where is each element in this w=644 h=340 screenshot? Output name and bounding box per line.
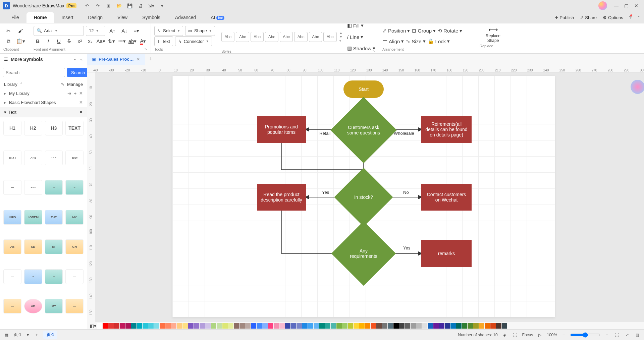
color-swatch[interactable]	[314, 323, 319, 329]
maximize-button[interactable]: ▢	[621, 3, 631, 8]
shape-item[interactable]: A•B	[24, 151, 42, 165]
zoom-out-icon[interactable]: −	[561, 333, 566, 337]
subscript-icon[interactable]: x₂	[86, 36, 94, 46]
zoom-in-icon[interactable]: +	[604, 333, 609, 337]
color-swatch[interactable]	[108, 323, 114, 329]
add-page-icon[interactable]: +	[34, 333, 39, 337]
color-swatch[interactable]	[336, 323, 342, 329]
node-contact-wechat[interactable]: Contact customers on Wechat	[421, 184, 472, 211]
shape-item[interactable]: • • •	[45, 151, 63, 165]
shape-item[interactable]: ~	[45, 180, 63, 195]
menu-insert[interactable]: Insert	[54, 12, 80, 23]
shape-item[interactable]: TEXT	[65, 121, 84, 135]
node-q3[interactable]: Any requirements	[341, 231, 386, 276]
shape-item[interactable]: MY	[65, 210, 84, 225]
select-tool[interactable]: ↖ Select ▼	[154, 26, 183, 36]
shape-item[interactable]: •	[24, 269, 42, 284]
shape-item[interactable]: LOREM	[24, 210, 42, 225]
color-swatch[interactable]	[200, 323, 205, 329]
help-icon[interactable]: ?	[629, 15, 632, 20]
color-swatch[interactable]	[97, 323, 102, 329]
new-icon[interactable]: ⊞	[105, 3, 111, 9]
style-preset-7[interactable]: Abc	[309, 32, 322, 42]
font-dialog-icon[interactable]: ↘	[144, 47, 147, 51]
color-swatch[interactable]	[251, 323, 256, 329]
color-swatch[interactable]	[342, 323, 347, 329]
color-swatch[interactable]	[285, 323, 290, 329]
node-promotions[interactable]: Promotions and popular items	[257, 116, 306, 143]
color-swatch[interactable]	[388, 323, 393, 329]
shape-item[interactable]: Text	[65, 151, 84, 165]
color-swatch[interactable]	[245, 323, 251, 329]
paste-icon[interactable]: 📋▾	[15, 36, 25, 46]
ai-fab-button[interactable]	[631, 80, 644, 94]
color-swatch[interactable]	[211, 323, 216, 329]
color-swatch[interactable]	[325, 323, 330, 329]
manage-label[interactable]: Manage	[67, 82, 83, 87]
shape-item[interactable]: —	[3, 299, 21, 314]
layers-icon[interactable]: ◈	[502, 333, 507, 337]
shape-item[interactable]: H2	[24, 121, 42, 135]
title-caret-icon[interactable]: ▾	[74, 57, 76, 61]
color-swatch[interactable]	[114, 323, 119, 329]
shape-item[interactable]: EF	[45, 239, 63, 254]
close-tab-icon[interactable]: ✕	[137, 57, 140, 62]
style-preset-5[interactable]: Abc	[280, 32, 293, 42]
zoom-slider[interactable]	[570, 332, 600, 338]
node-remarks[interactable]: remarks	[421, 240, 472, 267]
color-swatch[interactable]	[279, 323, 285, 329]
style-preset-2[interactable]: Abc	[236, 32, 249, 42]
color-swatch[interactable]	[416, 323, 422, 329]
shape-item[interactable]: CD	[24, 239, 42, 254]
shape-item[interactable]: MY	[45, 299, 63, 314]
style-preset-4[interactable]: Abc	[265, 32, 278, 42]
menu-advanced[interactable]: Advanced	[168, 12, 203, 23]
open-icon[interactable]: 📂	[116, 3, 122, 9]
redo-icon[interactable]: ↷	[95, 3, 101, 9]
color-swatch[interactable]	[188, 323, 194, 329]
color-swatch[interactable]	[462, 323, 467, 329]
user-avatar[interactable]	[598, 1, 607, 10]
menu-symbols[interactable]: Symbols	[135, 12, 168, 23]
color-swatch[interactable]	[308, 323, 313, 329]
color-swatch[interactable]	[103, 323, 108, 329]
color-swatch[interactable]	[291, 323, 296, 329]
focus-label[interactable]: Focus	[522, 333, 533, 337]
fit-page-icon[interactable]: ⛶	[613, 333, 620, 337]
color-swatch[interactable]	[148, 323, 154, 329]
bold-icon[interactable]: B	[34, 36, 42, 46]
menu-view[interactable]: View	[110, 12, 135, 23]
shape-item[interactable]: GH	[65, 239, 84, 254]
shape-item[interactable]: H3	[45, 121, 63, 135]
publish-link[interactable]: ✈ Publish	[555, 15, 574, 20]
present-icon[interactable]: ▷	[537, 333, 543, 337]
color-swatch[interactable]	[194, 323, 199, 329]
color-swatch[interactable]	[131, 323, 137, 329]
color-swatch[interactable]	[456, 323, 462, 329]
mylib-close-icon[interactable]: ✕	[79, 91, 83, 96]
text-bg-icon[interactable]: ab▾	[128, 36, 137, 46]
color-swatch[interactable]	[262, 323, 268, 329]
text-tool[interactable]: T Text	[154, 36, 173, 46]
more-icon[interactable]: ▾	[159, 3, 165, 9]
export-icon[interactable]: ⇲▾	[148, 3, 154, 9]
color-swatch[interactable]	[439, 323, 444, 329]
basic-caret-icon[interactable]: ▸	[4, 100, 6, 105]
color-swatch[interactable]	[405, 323, 410, 329]
color-swatch[interactable]	[422, 323, 427, 329]
size-dropdown[interactable]: ⤡ Size▾	[406, 36, 425, 46]
color-swatch[interactable]	[137, 323, 142, 329]
color-swatch[interactable]	[154, 323, 159, 329]
save-icon[interactable]: 💾	[127, 3, 133, 9]
color-swatch[interactable]	[365, 323, 370, 329]
color-swatch[interactable]	[234, 323, 239, 329]
shape-item[interactable]: INFO	[3, 210, 21, 225]
replace-shape-button[interactable]: ⟷ Replace Shape	[480, 25, 506, 43]
page-dropdown-icon[interactable]: ▾	[25, 333, 30, 337]
color-swatch[interactable]	[217, 323, 222, 329]
library-collapse-icon[interactable]: ˄	[20, 82, 22, 87]
mylib-add-icon[interactable]: +	[74, 91, 76, 96]
print-icon[interactable]: 🖨	[138, 3, 144, 9]
color-swatch[interactable]	[411, 323, 416, 329]
document-tab[interactable]: ▣ Pre-Sales Proc… ✕	[87, 54, 145, 65]
